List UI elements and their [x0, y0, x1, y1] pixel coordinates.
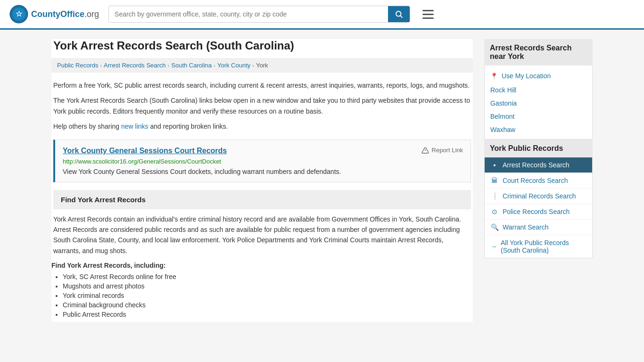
intro-paragraph-1: Perform a free York, SC public arrest re…: [51, 80, 473, 90]
sidebar-link-belmont[interactable]: Belmont: [485, 110, 592, 123]
breadcrumb-sep-1: ›: [100, 63, 102, 68]
svg-line-4: [400, 16, 402, 17]
breadcrumb-item-arrest-records[interactable]: Arrest Records Search: [104, 62, 166, 69]
sidebar-link-use-my-location[interactable]: 📍 Use My Location: [485, 68, 592, 83]
report-link[interactable]: Report Link: [421, 147, 463, 154]
list-item: York, SC Arrest Records online for free: [63, 273, 473, 280]
court-records-icon: 🏛: [490, 177, 499, 184]
criminal-records-icon: ❕: [490, 192, 499, 200]
logo-text: CountyOffice.org: [31, 9, 99, 19]
search-bar: [108, 6, 410, 23]
record-card-url[interactable]: http://www.scsolicitor16.org/GeneralSess…: [63, 158, 463, 165]
hamburger-button[interactable]: [420, 7, 437, 22]
sidebar-item-warrant-search[interactable]: 🔍 Warrant Search: [485, 220, 592, 235]
sidebar-all-records-link[interactable]: → All York Public Records (South Carolin…: [485, 235, 592, 258]
sidebar-item-criminal-records[interactable]: ❕ Criminal Records Search: [485, 189, 592, 204]
find-section-body: York Arrest Records contain an individua…: [51, 214, 473, 256]
find-bullet-list: York, SC Arrest Records online for free …: [51, 273, 473, 318]
public-records-section-title: York Public Records: [484, 140, 593, 157]
nearby-section-title: Arrest Records Search near York: [484, 39, 593, 66]
location-pin-icon: 📍: [490, 73, 498, 80]
arrow-right-icon: →: [490, 243, 497, 250]
sidebar-item-police-records[interactable]: ⊙ Police Records Search: [485, 204, 592, 220]
breadcrumb-item-public-records[interactable]: Public Records: [57, 62, 98, 69]
logo-icon: ☆: [9, 5, 28, 24]
breadcrumb-item-york-county[interactable]: York County: [217, 62, 250, 69]
record-card: York County General Sessions Court Recor…: [53, 140, 471, 182]
list-item: York criminal records: [63, 292, 473, 299]
breadcrumb: Public Records › Arrest Records Search ›…: [51, 58, 473, 73]
search-button[interactable]: [388, 6, 410, 22]
intro-paragraph-3: Help others by sharing new links and rep…: [51, 121, 473, 132]
sidebar: Arrest Records Search near York 📍 Use My…: [484, 39, 593, 258]
sidebar-link-gastonia[interactable]: Gastonia: [485, 97, 592, 110]
hamburger-line-2: [422, 14, 434, 15]
sidebar-item-arrest-records[interactable]: ▪ Arrest Records Search: [485, 157, 592, 173]
sidebar-link-waxhaw[interactable]: Waxhaw: [485, 123, 592, 136]
sidebar-link-rock-hill[interactable]: Rock Hill: [485, 83, 592, 97]
breadcrumb-sep-3: ›: [214, 63, 215, 68]
svg-text:☆: ☆: [16, 10, 23, 18]
police-records-icon: ⊙: [490, 208, 499, 215]
list-item: Mugshots and arrest photos: [63, 282, 473, 290]
new-links-link[interactable]: new links: [121, 123, 149, 130]
page-title: York Arrest Records Search (South Caroli…: [51, 39, 473, 52]
breadcrumb-sep-2: ›: [168, 63, 170, 68]
arrest-records-icon: ▪: [490, 161, 499, 169]
search-input[interactable]: [109, 7, 388, 22]
public-records-links: ▪ Arrest Records Search 🏛 Court Records …: [484, 157, 593, 258]
hamburger-line-1: [422, 10, 434, 11]
breadcrumb-item-south-carolina[interactable]: South Carolina: [171, 62, 212, 69]
find-section-subheader: Find York Arrest Records, including:: [51, 262, 473, 269]
breadcrumb-sep-4: ›: [252, 63, 254, 68]
warrant-search-icon: 🔍: [490, 223, 499, 231]
intro-paragraph-2: The York Arrest Records Search (South Ca…: [51, 95, 473, 116]
list-item: Criminal background checks: [63, 301, 473, 309]
hamburger-line-3: [422, 17, 434, 19]
logo[interactable]: ☆ CountyOffice.org: [9, 5, 99, 24]
sidebar-item-court-records[interactable]: 🏛 Court Records Search: [485, 173, 592, 189]
svg-point-3: [396, 11, 401, 16]
report-icon: [421, 147, 429, 154]
record-card-description: View York County General Sessions Court …: [63, 168, 463, 175]
record-card-header: York County General Sessions Court Recor…: [63, 147, 463, 155]
find-section-header: Find York Arrest Records: [53, 190, 471, 209]
search-icon: [395, 10, 403, 18]
list-item: Public Arrest Records: [63, 311, 473, 318]
nearby-links-section: 📍 Use My Location Rock Hill Gastonia Bel…: [484, 66, 593, 140]
logo-org: .org: [84, 9, 99, 19]
record-card-title[interactable]: York County General Sessions Court Recor…: [63, 147, 227, 155]
breadcrumb-item-york: York: [256, 62, 268, 69]
